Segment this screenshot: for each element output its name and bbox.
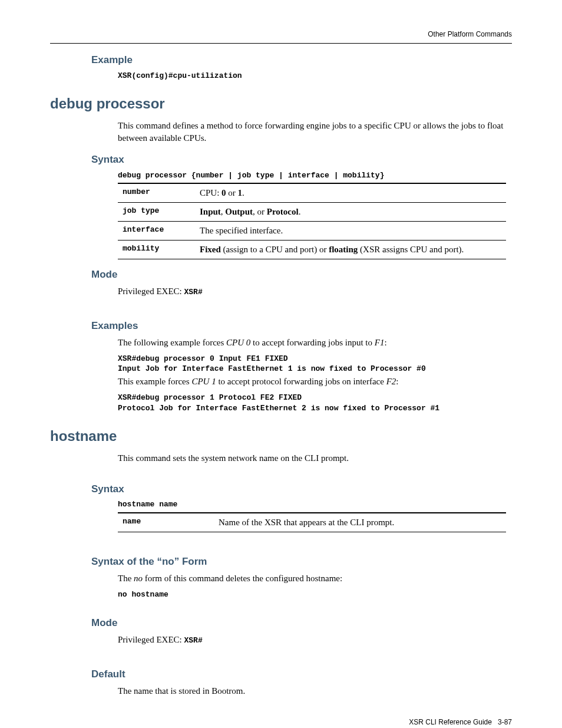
no-form-text: The no form of this command deletes the … <box>118 572 506 585</box>
text: : <box>396 377 398 386</box>
param-desc: Fixed (assign to a CPU and port) or floa… <box>195 241 506 259</box>
param-desc: Input, Output, or Protocol. <box>195 203 506 222</box>
param-key: job type <box>118 203 195 222</box>
heading-syntax-hostname: Syntax <box>91 482 512 496</box>
text: form of this command deletes the configu… <box>143 574 342 583</box>
text: 1 <box>238 188 243 197</box>
text: (XSR assigns CPU and port). <box>358 245 464 254</box>
text: (assign to a CPU and port) or <box>221 245 329 254</box>
param-desc: The specified interface. <box>195 222 506 241</box>
syntax-table-dp: number CPU: 0 or 1. job type Input, Outp… <box>118 183 506 259</box>
table-row: mobility Fixed (assign to a CPU and port… <box>118 241 506 259</box>
mode-prompt: XSR# <box>184 636 203 645</box>
table-row: job type Input, Output, or Protocol. <box>118 203 506 222</box>
text: no <box>134 574 143 583</box>
footer-doc: XSR CLI Reference Guide <box>409 718 492 726</box>
footer-page: 3-87 <box>498 718 512 726</box>
syntax-line-hostname: hostname name <box>118 499 506 510</box>
page-footer: XSR CLI Reference Guide 3-87 <box>50 717 512 727</box>
mode-prompt: XSR# <box>184 288 203 297</box>
text: 0 <box>222 188 226 197</box>
example1-code: XSR#debug processor 0 Input FE1 FIXED In… <box>118 354 506 374</box>
text: Protocol <box>267 207 299 216</box>
example1-intro: The following example forces CPU 0 to ac… <box>118 337 506 349</box>
example2-code: XSR#debug processor 1 Protocol FE2 FIXED… <box>118 393 506 413</box>
text: This example forces <box>118 377 191 386</box>
text: or <box>226 188 238 197</box>
example2-intro: This example forces CPU 1 to accept prot… <box>118 375 506 388</box>
text: The following example forces <box>118 338 226 347</box>
mode-text-dp: Privileged EXEC: XSR# <box>118 285 506 298</box>
param-key: mobility <box>118 241 195 259</box>
default-text: The name that is stored in Bootrom. <box>118 685 506 697</box>
no-form-code: no hostname <box>118 589 506 600</box>
text: CPU 0 <box>226 338 250 347</box>
heading-syntax-dp: Syntax <box>91 153 512 167</box>
heading-mode-dp: Mode <box>91 268 512 282</box>
text: F2 <box>386 377 396 386</box>
heading-no-form: Syntax of the “no” Form <box>91 555 512 569</box>
text: CPU: <box>200 188 222 197</box>
text: Input <box>200 207 221 216</box>
hostname-intro: This command sets the system network nam… <box>118 452 506 465</box>
table-row: name Name of the XSR that appears at the… <box>118 513 506 532</box>
heading-debug-processor: debug processor <box>50 94 512 114</box>
text: to accept forwarding jobs input to <box>250 338 374 347</box>
syntax-line-dp: debug processor {number | job type | int… <box>118 170 506 181</box>
heading-mode-hostname: Mode <box>91 616 512 630</box>
text: floating <box>329 245 358 254</box>
param-key: number <box>118 183 195 203</box>
heading-default: Default <box>91 667 512 681</box>
text: Output <box>225 207 253 216</box>
text: Privileged EXEC: <box>118 635 184 644</box>
text: . <box>242 188 244 197</box>
table-row: number CPU: 0 or 1. <box>118 183 506 203</box>
heading-examples-dp: Examples <box>91 319 512 333</box>
text: F1 <box>375 338 385 347</box>
page-header: Other Platform Commands <box>50 29 512 44</box>
text: to accept protocol forwarding jobs on in… <box>216 377 386 386</box>
text: Fixed <box>200 245 221 254</box>
param-desc: CPU: 0 or 1. <box>195 183 506 203</box>
syntax-table-hostname: name Name of the XSR that appears at the… <box>118 512 506 532</box>
param-key: name <box>118 513 195 532</box>
code-cpu-utilization: XSR(config)#cpu-utilization <box>118 71 506 81</box>
text: CPU 1 <box>191 377 216 386</box>
param-desc: Name of the XSR that appears at the CLI … <box>195 513 506 532</box>
text: , or <box>253 207 267 216</box>
mode-text-hostname: Privileged EXEC: XSR# <box>118 634 506 646</box>
text: The <box>118 574 134 583</box>
text: : <box>384 338 386 347</box>
text: Privileged EXEC: <box>118 286 184 296</box>
text: . <box>299 207 301 216</box>
heading-example: Example <box>91 53 512 67</box>
table-row: interface The specified interface. <box>118 222 506 241</box>
param-key: interface <box>118 222 195 241</box>
debug-processor-intro: This command defines a method to force f… <box>118 120 506 144</box>
heading-hostname: hostname <box>50 426 512 446</box>
